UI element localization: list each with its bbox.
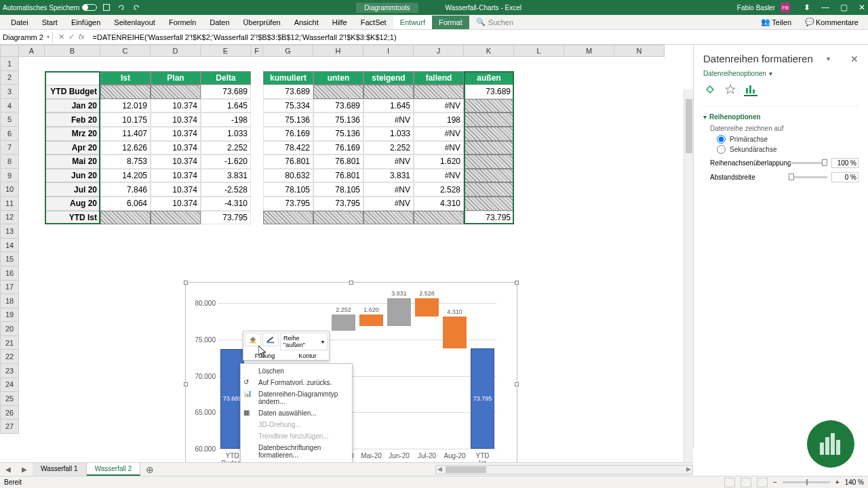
sheet-tab[interactable]: Wasserfall 1 [33,463,87,476]
fill-line-icon[interactable] [703,83,717,96]
resize-handle[interactable] [184,281,188,285]
row-header[interactable]: 21 [0,336,19,350]
redo-icon[interactable] [132,3,140,12]
row-header[interactable]: 25 [0,392,19,406]
save-icon[interactable] [102,3,111,12]
cell[interactable]: 2.528 [414,182,464,197]
row-header[interactable]: 11 [0,197,19,211]
series-selector[interactable]: Reihe "außen" ▾ [280,333,328,350]
outline-button[interactable] [262,333,279,346]
row-header[interactable]: 7 [0,141,19,155]
col-header[interactable]: I [363,45,414,57]
cell[interactable]: 10.374 [151,197,201,211]
row-header[interactable]: 2 [0,71,19,85]
close-pane-icon[interactable]: ✕ [850,54,859,64]
cell[interactable]: 12.019 [100,99,151,113]
row-header[interactable]: 6 [0,127,19,141]
col-header[interactable]: D [151,45,201,57]
cell[interactable]: -4.310 [201,197,251,211]
cell[interactable]: Jul 20 [45,182,100,197]
cell[interactable]: 2.252 [363,141,414,155]
cell[interactable]: #NV [414,169,464,183]
cell[interactable]: 10.374 [151,113,201,127]
cell[interactable]: 73.795 [464,211,514,225]
cell[interactable] [464,155,514,169]
overlap-input[interactable] [831,158,859,168]
cell[interactable]: Jan 20 [45,99,100,113]
cell[interactable]: Ist [100,71,151,85]
cell[interactable]: 75.334 [263,99,313,113]
cell[interactable] [414,211,464,225]
cell[interactable] [363,85,414,99]
fill-button[interactable] [245,333,261,346]
ribbon-collapse-icon[interactable]: ⬍ [804,3,810,12]
row-header[interactable]: 12 [0,211,19,225]
cell[interactable]: 1.645 [201,99,251,113]
resize-handle[interactable] [515,281,519,285]
ribbon-tab-seitenlayout[interactable]: Seitenlayout [107,16,162,29]
ribbon-tab-hilfe[interactable]: Hilfe [326,16,354,29]
cell[interactable]: 1.645 [363,99,414,113]
cell[interactable]: 76.801 [263,155,313,169]
cell[interactable]: 10.374 [151,182,201,197]
ctx-item[interactable]: Datenreihen-Diagrammtyp ändern...📊 [241,388,352,407]
search-field[interactable]: Suchen [488,18,513,26]
zoom-slider[interactable] [783,481,830,483]
ribbon-tab-einfügen[interactable]: Einfügen [64,16,107,29]
bar-fallend[interactable] [443,317,467,348]
cell[interactable]: -1.620 [201,155,251,169]
cell[interactable]: 73.795 [263,197,313,211]
section-toggle[interactable]: ▾ Reihenoptionen [703,113,859,121]
tab-nav-prev[interactable]: ◀ [0,466,16,473]
cell[interactable] [100,211,151,225]
sheet-tab[interactable]: Wasserfall 2 [87,463,141,476]
col-header[interactable]: E [201,45,251,57]
cell[interactable] [151,85,201,99]
cell[interactable]: Delta [201,71,251,85]
cell[interactable] [464,99,514,113]
mini-toolbar[interactable]: Reihe "außen" ▾ Füllung Kontur [243,331,330,361]
cell[interactable]: 12.626 [100,141,151,155]
primary-axis-radio[interactable]: Primärachse [717,135,859,144]
cell[interactable] [464,141,514,155]
cell[interactable]: 2.252 [201,141,251,155]
cell[interactable]: 73.689 [263,85,313,99]
cell[interactable] [313,211,363,225]
chevron-down-icon[interactable]: ▾ [47,34,50,40]
bar-steigend[interactable] [332,314,355,331]
overlap-slider[interactable] [789,162,827,164]
cell[interactable]: #NV [414,99,464,113]
cell[interactable]: 76.801 [313,169,363,183]
page-layout-icon[interactable] [741,478,751,487]
col-header[interactable]: B [45,45,100,57]
col-header[interactable]: K [464,45,514,57]
cell[interactable]: YTD Budget [45,85,100,99]
row-header[interactable]: 9 [0,169,19,183]
bar-fallend[interactable] [359,314,383,326]
col-header[interactable]: C [100,45,151,57]
cell[interactable]: 73.689 [464,85,514,99]
cell[interactable]: Aug 20 [45,197,100,211]
cell[interactable]: YTD Ist [45,211,100,225]
autosave-toggle[interactable] [82,4,97,11]
cell[interactable]: Mai 20 [45,155,100,169]
ribbon-tab-format[interactable]: Format [432,16,469,29]
gap-slider[interactable] [789,176,827,178]
col-header[interactable]: M [564,45,614,57]
row-header[interactable]: 20 [0,322,19,336]
cell[interactable]: Mrz 20 [45,127,100,141]
cell[interactable]: 10.374 [151,169,201,183]
row-header[interactable]: 1 [0,57,19,71]
cell[interactable]: 73.689 [201,85,251,99]
cell[interactable]: 198 [414,113,464,127]
cell[interactable]: kumuliert [263,71,313,85]
cell[interactable] [464,197,514,211]
context-menu[interactable]: LöschenAuf Formatvorl. zurücks.↺Datenrei… [240,363,353,474]
row-header[interactable]: 16 [0,266,19,281]
cell[interactable]: 73.795 [201,211,251,225]
bar-fallend[interactable] [415,298,439,317]
cell[interactable]: 76.801 [313,155,363,169]
comments-button[interactable]: 💬Kommentare [800,16,864,28]
cell[interactable]: 1.033 [201,127,251,141]
row-header[interactable]: 3 [0,85,19,99]
